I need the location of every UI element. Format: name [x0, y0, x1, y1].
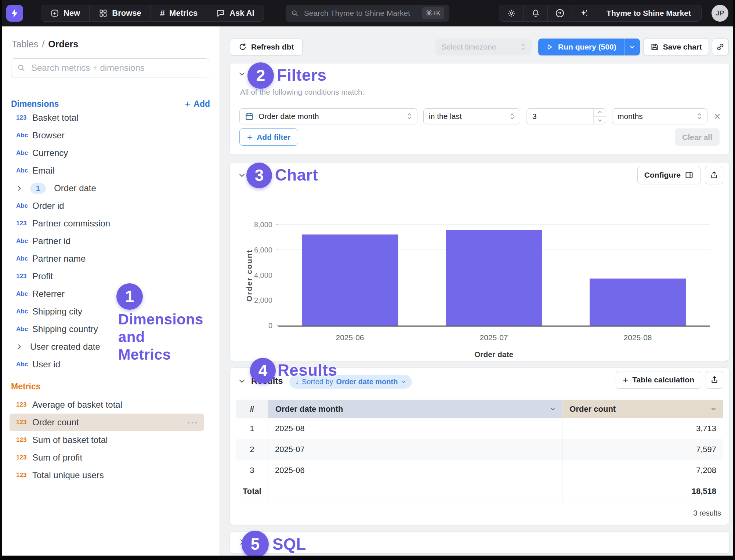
- dimension-item[interactable]: AbcPartner name: [2, 250, 220, 268]
- share-icon: [710, 375, 719, 384]
- filter-operator-select[interactable]: in the last: [423, 108, 520, 124]
- remove-filter-button[interactable]: ×: [714, 111, 721, 122]
- results-count: 3 results: [693, 509, 721, 517]
- nav-item-browse[interactable]: Browse: [90, 5, 151, 21]
- table-total-row: Total 18,518: [236, 481, 723, 502]
- metric-item-order-count-selected[interactable]: 123 Order count ⋯: [10, 414, 204, 431]
- metric-item[interactable]: 123Average of basket total: [10, 396, 204, 414]
- breadcrumb-separator: /: [42, 39, 44, 49]
- dimension-item[interactable]: AbcEmail: [2, 162, 220, 179]
- sql-card: [230, 532, 729, 553]
- breadcrumb-tables[interactable]: Tables: [12, 39, 38, 49]
- dimension-item[interactable]: 123Profit: [2, 268, 220, 285]
- table-row[interactable]: 2 2025-07 7,597: [236, 439, 723, 460]
- number-type-icon: 123: [16, 436, 32, 444]
- add-dimension-button[interactable]: +Add: [185, 99, 210, 109]
- nav-item-ask-ai[interactable]: Ask AI: [207, 5, 264, 21]
- dimension-item[interactable]: AbcBrowser: [2, 127, 220, 144]
- lightdash-logo[interactable]: [6, 5, 23, 22]
- dimension-item[interactable]: AbcReferrer: [2, 285, 220, 303]
- stepper-down-button[interactable]: [594, 116, 606, 124]
- filter-value-field[interactable]: [532, 112, 593, 121]
- active-field-count-badge: 1: [30, 183, 46, 194]
- save-chart-button[interactable]: Save chart: [643, 39, 709, 55]
- metric-item[interactable]: 123Total unique users: [10, 466, 204, 484]
- collapse-chart-icon[interactable]: [238, 171, 246, 179]
- collapse-filters-icon[interactable]: [238, 70, 246, 78]
- bar-2025-07: [446, 230, 542, 326]
- string-type-icon: Abc: [16, 132, 32, 139]
- filter-value-input[interactable]: [526, 108, 606, 124]
- table-row[interactable]: 3 2025-06 7,208: [236, 460, 723, 481]
- dimension-item[interactable]: AbcUser id: [2, 356, 220, 373]
- nav-item-new[interactable]: New: [41, 5, 90, 21]
- chevron-down-icon: [550, 406, 556, 412]
- column-header-count[interactable]: Order count: [562, 400, 723, 418]
- plus-icon: +: [623, 375, 628, 385]
- dimension-item[interactable]: AbcOrder id: [2, 197, 220, 215]
- chevron-right-icon[interactable]: [16, 343, 30, 350]
- dimension-item[interactable]: 123Partner commission: [2, 215, 220, 232]
- arrow-down-icon: ↓: [295, 378, 299, 386]
- string-type-icon: Abc: [16, 149, 32, 157]
- table-calculation-button[interactable]: + Table calculation: [616, 371, 701, 389]
- column-header-month[interactable]: Order date month: [268, 400, 562, 418]
- chart-plot[interactable]: 02,0004,0006,0008,000: [278, 225, 710, 327]
- collapse-results-icon[interactable]: [238, 377, 246, 385]
- dimension-item-order-date[interactable]: 1 Order date: [2, 179, 220, 197]
- results-table: # Order date month Order count: [236, 400, 723, 502]
- export-chart-button[interactable]: [705, 166, 723, 184]
- metric-item[interactable]: 123Sum of basket total: [10, 431, 204, 449]
- sorted-by-badge[interactable]: ↓ Sorted by Order date month: [289, 375, 412, 389]
- notifications-button[interactable]: [524, 5, 548, 21]
- fields-search[interactable]: [11, 58, 209, 77]
- avatar[interactable]: JP: [712, 5, 728, 22]
- dimension-item[interactable]: AbcCurrency: [2, 144, 220, 162]
- table-row[interactable]: 1 2025-08 3,713: [236, 418, 723, 439]
- filters-card: All of the following conditions match: O…: [230, 63, 729, 154]
- play-icon: [546, 43, 553, 51]
- string-type-icon: Abc: [16, 202, 32, 210]
- clear-all-filters-button[interactable]: Clear all: [675, 128, 720, 146]
- org-name[interactable]: Thyme to Shine Market: [596, 5, 701, 21]
- number-type-icon: 123: [16, 114, 32, 121]
- help-button[interactable]: ?: [548, 5, 572, 21]
- fields-search-input[interactable]: [30, 62, 203, 73]
- expand-sql-icon[interactable]: [238, 538, 246, 546]
- timezone-select[interactable]: Select timezone: [435, 39, 532, 55]
- chevron-right-icon[interactable]: [16, 185, 30, 192]
- metric-item[interactable]: 123Sum of profit: [10, 449, 204, 466]
- dimension-item[interactable]: AbcPartner id: [2, 232, 220, 250]
- share-icon: [710, 171, 718, 179]
- string-type-icon: Abc: [16, 237, 32, 245]
- ai-sparkles-button[interactable]: [572, 5, 596, 21]
- export-results-button[interactable]: [706, 371, 723, 389]
- number-type-icon: 123: [16, 273, 32, 280]
- copy-link-button[interactable]: [712, 39, 729, 55]
- run-query-dropdown[interactable]: [624, 39, 640, 55]
- metrics-header: Metrics: [11, 382, 41, 392]
- nav-item-label: Metrics: [169, 8, 198, 18]
- column-header-index: #: [236, 400, 268, 418]
- filter-field-select[interactable]: Order date month: [239, 108, 417, 124]
- settings-button[interactable]: [499, 5, 524, 21]
- grid-icon: [99, 9, 108, 18]
- results-section-title: Results: [251, 376, 283, 386]
- plus-icon: +: [185, 99, 190, 109]
- refresh-dbt-button[interactable]: Refresh dbt: [230, 39, 303, 55]
- global-search-input[interactable]: [303, 8, 422, 18]
- bell-icon: [531, 9, 540, 18]
- run-query-button[interactable]: Run query (500): [538, 39, 640, 55]
- add-filter-button[interactable]: + Add filter: [239, 128, 298, 146]
- chevron-updown-icon: [407, 112, 412, 120]
- dimension-item-user-created-date[interactable]: User created date: [2, 338, 220, 356]
- nav-item-metrics[interactable]: # Metrics: [151, 5, 207, 21]
- stepper-up-button[interactable]: [594, 109, 606, 116]
- filter-unit-select[interactable]: months: [612, 108, 707, 124]
- dimension-item[interactable]: AbcShipping country: [2, 320, 220, 338]
- configure-chart-button[interactable]: Configure: [637, 166, 700, 184]
- dimension-item[interactable]: 123Basket total: [2, 109, 220, 127]
- run-query-main[interactable]: Run query (500): [538, 39, 624, 55]
- global-search[interactable]: ⌘+K: [286, 5, 449, 22]
- dimension-item[interactable]: AbcShipping city: [2, 303, 220, 320]
